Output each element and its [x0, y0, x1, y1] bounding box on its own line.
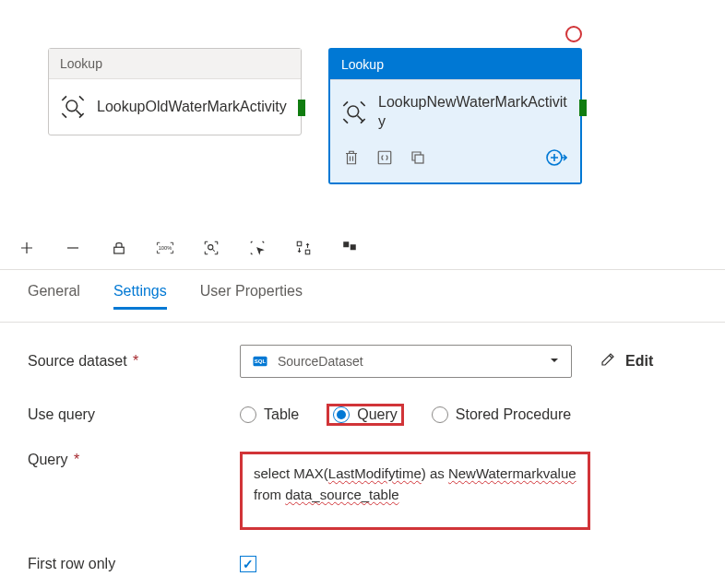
svg-point-0	[66, 100, 77, 112]
auto-align-icon[interactable]	[293, 238, 314, 258]
svg-point-1	[348, 106, 359, 117]
activity-lookup-new[interactable]: Lookup LookupNewWaterMarkActivity	[328, 48, 582, 184]
activity-lookup-old[interactable]: Lookup LookupOldWaterMarkActivity	[48, 48, 302, 135]
activity-name: LookupNewWaterMarkActivity	[378, 93, 569, 132]
source-dataset-value: SourceDataset	[278, 354, 363, 369]
use-query-label: Use query	[28, 406, 240, 423]
first-row-only-label: First row only	[28, 556, 240, 572]
svg-rect-5	[114, 247, 125, 253]
add-icon[interactable]	[17, 238, 37, 258]
radio-query[interactable]: Query	[333, 406, 398, 423]
use-query-radio-group: Table Query Stored Procedure	[240, 404, 571, 426]
sql-icon: SQL	[252, 353, 268, 370]
code-icon[interactable]	[376, 149, 393, 169]
tab-general[interactable]: General	[28, 283, 80, 309]
activity-type-label: Lookup	[330, 50, 580, 80]
radio-icon	[432, 406, 448, 423]
activity-toolbar	[330, 141, 580, 182]
svg-rect-11	[351, 244, 356, 250]
svg-point-7	[208, 245, 213, 250]
properties-tabs: General Settings User Properties	[0, 270, 725, 323]
query-label: Query *	[28, 452, 240, 468]
lookup-icon	[341, 100, 367, 125]
activity-output-connector[interactable]	[298, 100, 305, 116]
cursor-select-icon[interactable]	[247, 238, 267, 258]
tab-settings[interactable]: Settings	[113, 283, 167, 310]
source-dataset-dropdown[interactable]: SQL SourceDataset	[240, 345, 572, 378]
radio-icon	[333, 406, 350, 423]
pencil-icon	[600, 351, 616, 371]
svg-rect-9	[305, 250, 310, 254]
tab-user-properties[interactable]: User Properties	[200, 283, 303, 309]
zoom-fit-icon[interactable]: 100%	[155, 238, 175, 258]
validation-indicator-icon	[565, 26, 582, 42]
svg-rect-3	[415, 155, 423, 163]
source-dataset-label: Source dataset *	[28, 353, 240, 370]
radio-table[interactable]: Table	[240, 406, 299, 423]
settings-panel: Source dataset * SQL SourceDataset Edit …	[0, 323, 725, 588]
query-input[interactable]: select MAX(LastModifytime) as NewWaterma…	[240, 452, 590, 530]
svg-text:100%: 100%	[159, 245, 172, 251]
delete-icon[interactable]	[343, 149, 360, 169]
svg-text:SQL: SQL	[255, 359, 267, 364]
edit-button[interactable]: Edit	[600, 351, 653, 371]
lookup-icon	[60, 94, 86, 120]
chevron-down-icon	[549, 354, 560, 369]
layout-icon[interactable]	[339, 238, 360, 258]
svg-rect-10	[343, 241, 349, 247]
remove-icon[interactable]	[63, 238, 83, 258]
activity-name: LookupOldWaterMarkActivity	[97, 98, 287, 117]
copy-icon[interactable]	[410, 149, 426, 169]
canvas-toolbar: 100%	[0, 227, 725, 270]
activity-type-label: Lookup	[49, 49, 301, 79]
activity-output-connector[interactable]	[579, 100, 587, 116]
pipeline-canvas[interactable]: Lookup LookupOldWaterMarkActivity Lookup	[0, 0, 725, 221]
add-output-icon[interactable]	[545, 147, 567, 171]
zoom-to-fit-icon[interactable]	[201, 238, 221, 258]
first-row-only-checkbox[interactable]	[240, 556, 256, 572]
svg-rect-8	[297, 241, 302, 246]
radio-stored-procedure[interactable]: Stored Procedure	[432, 406, 571, 423]
svg-rect-2	[378, 151, 391, 164]
lock-icon[interactable]	[109, 238, 129, 258]
radio-icon	[240, 406, 256, 423]
